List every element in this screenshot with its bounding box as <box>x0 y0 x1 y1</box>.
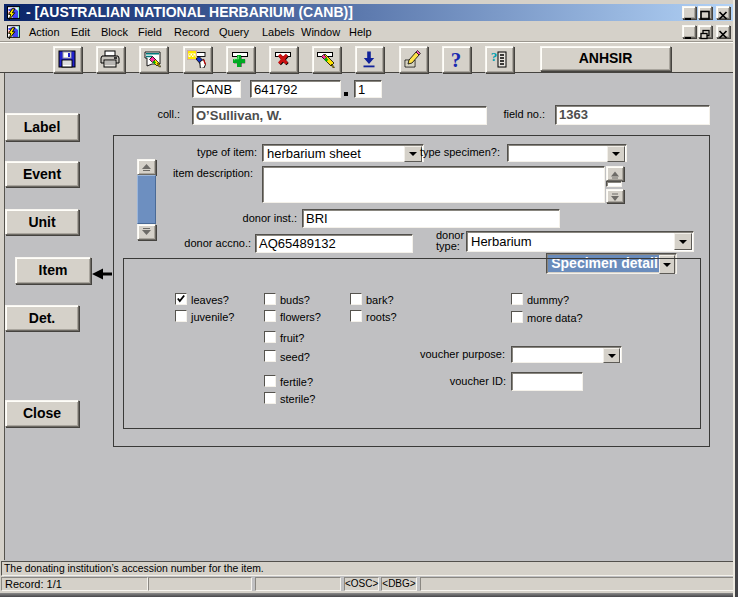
svg-text:?: ? <box>491 50 498 64</box>
svg-text:?: ? <box>451 50 462 68</box>
